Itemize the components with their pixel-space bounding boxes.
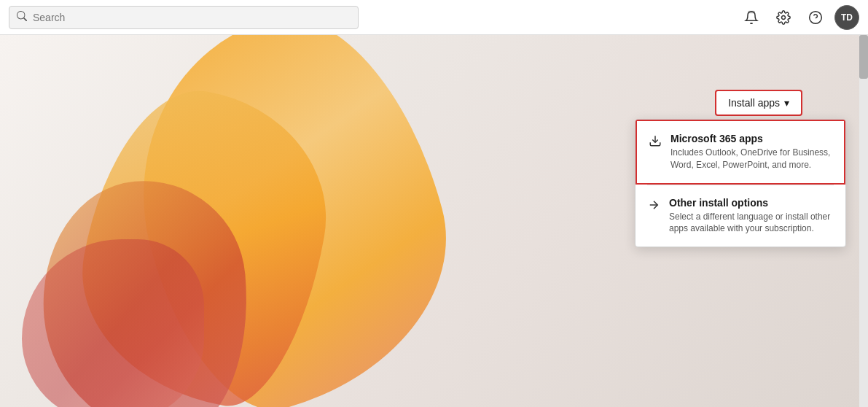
background-area: Install apps ▾ Microsoft 365 apps Includ…	[0, 35, 868, 407]
settings-icon	[776, 10, 791, 25]
other-description: Select a different language or install o…	[669, 211, 834, 236]
chevron-down-icon: ▾	[784, 97, 789, 109]
help-button[interactable]	[802, 4, 829, 31]
dropdown-item-other[interactable]: Other install options Select a different…	[636, 185, 845, 247]
other-text: Other install options Select a different…	[669, 197, 834, 236]
install-apps-button[interactable]: Install apps ▾	[715, 90, 802, 116]
install-apps-dropdown: Microsoft 365 apps Includes Outlook, One…	[635, 119, 846, 247]
notifications-icon	[744, 10, 759, 25]
svg-rect-0	[748, 10, 755, 12]
m365-title: Microsoft 365 apps	[670, 133, 832, 144]
notifications-button[interactable]	[738, 4, 765, 31]
avatar-initials: TD	[841, 12, 853, 23]
topbar: TD	[0, 0, 868, 35]
arrow-right-icon	[647, 198, 660, 214]
install-apps-label: Install apps	[728, 97, 780, 109]
search-input[interactable]	[33, 12, 351, 23]
dropdown-item-m365[interactable]: Microsoft 365 apps Includes Outlook, One…	[636, 120, 845, 185]
topbar-right: TD	[738, 4, 859, 31]
download-icon	[649, 134, 662, 150]
help-icon	[808, 10, 823, 25]
m365-description: Includes Outlook, OneDrive for Business,…	[670, 147, 832, 171]
user-avatar-button[interactable]: TD	[834, 5, 859, 30]
search-box[interactable]	[9, 6, 359, 29]
other-title: Other install options	[669, 197, 834, 209]
m365-text: Microsoft 365 apps Includes Outlook, One…	[670, 133, 832, 171]
search-icon	[17, 11, 27, 24]
settings-button[interactable]	[770, 4, 797, 31]
scrollbar-thumb[interactable]	[859, 35, 868, 79]
main-content: Install apps ▾ Microsoft 365 apps Includ…	[0, 35, 868, 407]
svg-point-1	[782, 15, 786, 19]
svg-point-2	[810, 11, 822, 23]
scrollbar[interactable]	[859, 35, 868, 407]
